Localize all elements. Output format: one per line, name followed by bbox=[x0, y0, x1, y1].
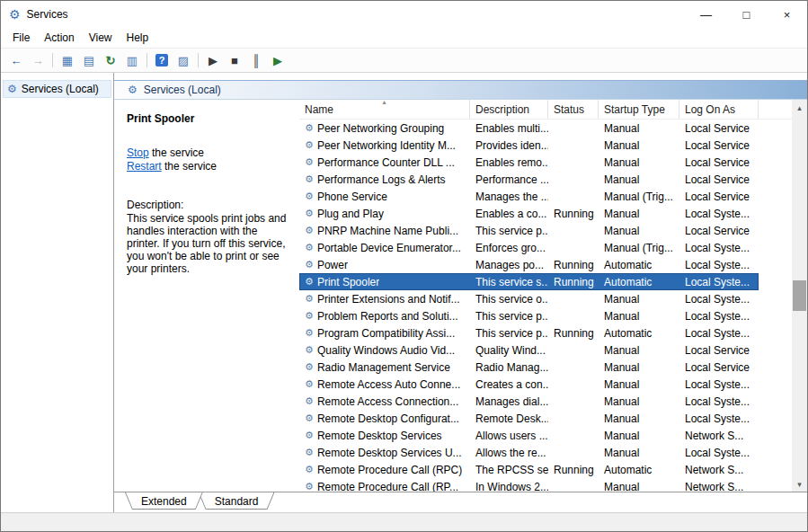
statusbar bbox=[1, 512, 807, 531]
service-rows: ⚙Peer Networking GroupingEnables multi..… bbox=[299, 120, 792, 492]
cell-startup_type: Manual bbox=[599, 208, 679, 220]
service-gear-icon: ⚙ bbox=[305, 345, 314, 355]
show-console-tree-button[interactable]: ▦ bbox=[57, 50, 78, 70]
table-row[interactable]: ⚙Phone ServiceManages the ...Manual (Tri… bbox=[299, 188, 759, 205]
back-button[interactable]: ← bbox=[5, 50, 27, 70]
export-list-button[interactable]: ▥ bbox=[121, 50, 143, 70]
restart-service-button[interactable]: ▶ bbox=[267, 50, 289, 70]
tab-standard[interactable]: Standard bbox=[199, 492, 275, 510]
service-gear-icon: ⚙ bbox=[305, 413, 314, 423]
service-gear-icon: ⚙ bbox=[305, 430, 314, 440]
cell-description: Enables a co... bbox=[470, 208, 548, 220]
tabs-bar: ExtendedStandard bbox=[114, 492, 807, 512]
menu-item-help[interactable]: Help bbox=[120, 30, 156, 46]
cell-status: Running bbox=[548, 276, 599, 288]
table-row[interactable]: ⚙Remote Desktop ServicesAllows users ...… bbox=[299, 427, 759, 444]
cell-name: ⚙Radio Management Service bbox=[299, 361, 470, 374]
stop-service-button[interactable]: ■ bbox=[224, 50, 245, 70]
service-name: Remote Desktop Services U... bbox=[317, 447, 462, 459]
properties-button[interactable]: ▤ bbox=[78, 50, 100, 70]
cell-startup_type: Manual bbox=[599, 412, 679, 425]
table-row[interactable]: ⚙Remote Procedure Call (RPC)The RPCSS se… bbox=[299, 461, 759, 478]
forward-button[interactable]: → bbox=[27, 50, 49, 70]
cell-description: Quality Wind... bbox=[470, 344, 548, 357]
cell-log_on_as: Local Syste... bbox=[679, 327, 759, 340]
tree-item-services-local[interactable]: ⚙ Services (Local) bbox=[3, 80, 111, 98]
table-row[interactable]: ⚙Print SpoolerThis service s...RunningAu… bbox=[299, 273, 759, 290]
table-row[interactable]: ⚙Performance Logs & AlertsPerformance ..… bbox=[299, 171, 759, 188]
console-body: ⚙ Services (Local) ⚙ Services (Local) Pr… bbox=[1, 73, 807, 512]
scroll-up-icon[interactable]: ▴ bbox=[792, 100, 807, 115]
pause-service-button[interactable]: ║ bbox=[245, 50, 267, 70]
restart-service-link[interactable]: Restart bbox=[127, 160, 162, 173]
close-button[interactable]: × bbox=[767, 1, 807, 28]
cell-name: ⚙Peer Networking Identity M... bbox=[299, 139, 470, 152]
cell-log_on_as: Network S... bbox=[679, 464, 759, 476]
cell-description: Allows users ... bbox=[470, 430, 548, 442]
cell-description: Manages dial... bbox=[470, 395, 548, 408]
menu-item-action[interactable]: Action bbox=[37, 30, 81, 46]
table-row[interactable]: ⚙PowerManages po...RunningAutomaticLocal… bbox=[299, 256, 759, 273]
cell-description: Manages po... bbox=[470, 259, 548, 271]
table-row[interactable]: ⚙PNRP Machine Name Publi...This service … bbox=[299, 222, 759, 239]
table-row[interactable]: ⚙Program Compatibility Assi...This servi… bbox=[299, 324, 759, 341]
table-row[interactable]: ⚙Remote Access Connection...Manages dial… bbox=[299, 393, 759, 410]
services-header-icon: ⚙ bbox=[128, 84, 138, 95]
table-row[interactable]: ⚙Remote Desktop Configurat...Remote Desk… bbox=[299, 410, 759, 427]
column-header-name[interactable]: Name▴ bbox=[299, 100, 470, 119]
vertical-scrollbar[interactable]: ▴ ▾ bbox=[792, 100, 807, 492]
table-row[interactable]: ⚙Portable Device Enumerator...Enforces g… bbox=[299, 239, 759, 256]
table-row[interactable]: ⚙Peer Networking GroupingEnables multi..… bbox=[299, 120, 759, 137]
cell-status: Running bbox=[548, 464, 599, 476]
scrollbar-thumb[interactable] bbox=[793, 280, 806, 311]
stop-service-link[interactable]: Stop bbox=[127, 146, 149, 159]
cell-startup_type: Manual bbox=[599, 139, 679, 152]
maximize-button[interactable]: □ bbox=[726, 1, 767, 28]
cell-log_on_as: Local Service bbox=[679, 139, 759, 152]
column-header-status[interactable]: Status bbox=[548, 100, 599, 119]
refresh-button[interactable]: ↻ bbox=[100, 50, 121, 70]
table-row[interactable]: ⚙Radio Management ServiceRadio Manag...M… bbox=[299, 359, 759, 376]
help-button[interactable]: ? bbox=[151, 50, 173, 70]
cell-log_on_as: Local Syste... bbox=[679, 208, 759, 220]
view-table-icon: ▨ bbox=[178, 55, 189, 66]
column-header-logon[interactable]: Log On As bbox=[679, 100, 759, 119]
cell-log_on_as: Local Service bbox=[679, 225, 759, 237]
cell-status: Running bbox=[548, 259, 599, 271]
service-name: Peer Networking Identity M... bbox=[317, 139, 456, 152]
table-row[interactable]: ⚙Plug and PlayEnables a co...RunningManu… bbox=[299, 205, 759, 222]
menu-item-file[interactable]: File bbox=[5, 30, 37, 46]
start-service-button[interactable]: ▶ bbox=[202, 50, 224, 70]
cell-name: ⚙Peer Networking Grouping bbox=[299, 122, 470, 135]
menu-item-view[interactable]: View bbox=[82, 30, 120, 46]
pause-icon: ║ bbox=[252, 55, 260, 66]
play-icon: ▶ bbox=[209, 55, 218, 66]
service-name: Remote Desktop Services bbox=[317, 430, 442, 442]
cell-log_on_as: Network S... bbox=[679, 481, 759, 492]
selected-service-title: Print Spooler bbox=[127, 112, 290, 125]
column-header-startup[interactable]: Startup Type bbox=[599, 100, 679, 119]
tab-extended[interactable]: Extended bbox=[125, 492, 203, 510]
table-row[interactable]: ⚙Printer Extensions and Notif...This ser… bbox=[299, 290, 759, 307]
table-row[interactable]: ⚙Problem Reports and Soluti...This servi… bbox=[299, 307, 759, 324]
cell-name: ⚙Printer Extensions and Notif... bbox=[299, 293, 470, 306]
table-row[interactable]: ⚙Quality Windows Audio Vid...Quality Win… bbox=[299, 341, 759, 359]
table-row[interactable]: ⚙Remote Access Auto Conne...Creates a co… bbox=[299, 376, 759, 393]
cell-log_on_as: Local Service bbox=[679, 122, 759, 135]
table-row[interactable]: ⚙Performance Counter DLL ...Enables remo… bbox=[299, 154, 759, 171]
description-label: Description: bbox=[127, 199, 290, 211]
view-button[interactable]: ▨ bbox=[173, 50, 194, 70]
table-row[interactable]: ⚙Peer Networking Identity M...Provides i… bbox=[299, 137, 759, 154]
service-gear-icon: ⚙ bbox=[305, 191, 314, 201]
minimize-button[interactable]: — bbox=[686, 1, 726, 28]
tab-label: Standard bbox=[215, 495, 259, 508]
scroll-down-icon[interactable]: ▾ bbox=[792, 476, 807, 492]
table-row[interactable]: ⚙Remote Desktop Services U...Allows the … bbox=[299, 444, 759, 461]
cell-startup_type: Manual (Trig... bbox=[599, 242, 679, 254]
result-pane: ⚙ Services (Local) Print Spooler Stop th… bbox=[114, 73, 807, 512]
cell-name: ⚙Power bbox=[299, 259, 470, 271]
table-row[interactable]: ⚙Remote Procedure Call (RP...In Windows … bbox=[299, 478, 759, 492]
service-name: Remote Access Auto Conne... bbox=[317, 378, 460, 391]
tree-item-label: Services (Local) bbox=[22, 83, 99, 95]
column-header-desc[interactable]: Description bbox=[470, 100, 548, 119]
